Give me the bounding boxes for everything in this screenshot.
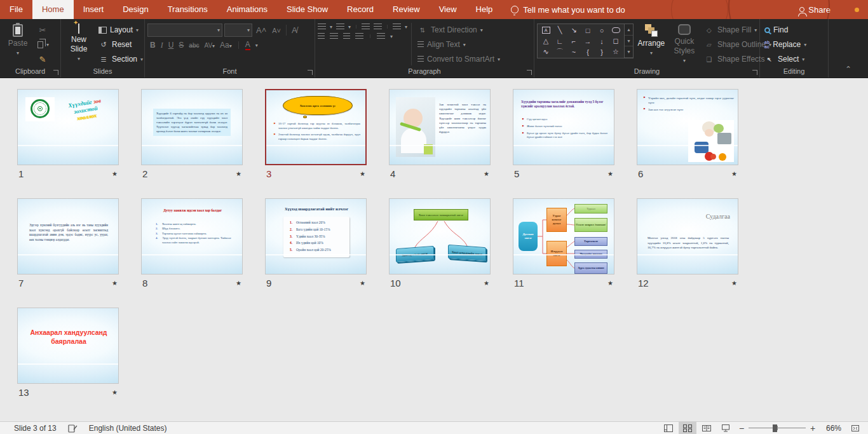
slide-sorter-view-button[interactable] xyxy=(679,422,696,434)
slide-thumbnail-13[interactable]: Анхаарал хандуулсанд баярлалаа xyxy=(17,308,119,384)
decrease-indent-button[interactable] xyxy=(362,24,370,30)
animation-star-icon[interactable]: ★ xyxy=(731,280,737,287)
convert-to-smartart-button[interactable]: Convert to SmartArt▾ xyxy=(416,53,502,65)
zoom-out-button[interactable]: − xyxy=(736,423,747,433)
slide-thumbnail-11[interactable]: Дутлын эмгэг Уураг илчлэг дутал Илүүдэл … xyxy=(513,198,614,275)
animation-star-icon[interactable]: ★ xyxy=(607,280,613,287)
line-spacing-button[interactable] xyxy=(393,24,401,30)
align-left-button[interactable] xyxy=(318,33,325,39)
animation-star-icon[interactable]: ★ xyxy=(112,280,118,287)
strikethrough-button[interactable]: S xyxy=(179,41,184,50)
shapes-gallery[interactable]: A ╲ ↘ □ ○ △ ∟ ⌐ → ↓ ◻ ∿ ⌒ ~ { } xyxy=(537,24,625,58)
animation-star-icon[interactable]: ★ xyxy=(236,170,241,177)
shapes-more-button[interactable]: ▼ xyxy=(625,46,633,58)
tab-file[interactable]: File xyxy=(0,0,32,19)
new-slide-button[interactable]: ✦ New Slide ▾ xyxy=(64,22,94,66)
drawing-dialog-launcher[interactable] xyxy=(752,70,757,75)
language-indicator[interactable]: English (United States) xyxy=(89,424,167,433)
grow-font-button[interactable]: A˄ xyxy=(254,25,268,35)
reset-button[interactable]: ↺Reset xyxy=(97,38,145,51)
zoom-level[interactable]: 66% xyxy=(820,424,845,433)
animation-star-icon[interactable]: ★ xyxy=(731,170,737,177)
animation-star-icon[interactable]: ★ xyxy=(484,280,489,287)
select-button[interactable]: ↖Select▾ xyxy=(763,53,808,65)
align-center-button[interactable] xyxy=(330,33,338,39)
animation-star-icon[interactable]: ★ xyxy=(360,170,365,177)
slide-thumbnail-12[interactable]: Судалгаа Монгол улсад 2018 оны байдлаар … xyxy=(637,198,738,275)
increase-indent-button[interactable] xyxy=(374,24,382,30)
zoom-slider-handle[interactable] xyxy=(773,424,777,432)
bold-button[interactable]: B xyxy=(150,41,156,50)
italic-button[interactable]: I xyxy=(161,41,163,50)
slide-thumbnail-8[interactable]: Дутуу зажилж идсэн хоол хор болдог Хоолн… xyxy=(141,198,243,275)
slide-thumbnail-10[interactable]: Хоол тэжээлээс хамааралтай эмгэг Хоол ду… xyxy=(389,198,491,275)
layout-button[interactable]: Layout▾ xyxy=(97,24,145,36)
slide-thumbnail-4[interactable]: Зөв зохистой хоол тэжээл нь хүүхдийн тар… xyxy=(389,89,491,165)
animation-star-icon[interactable]: ★ xyxy=(360,280,365,287)
columns-button[interactable] xyxy=(377,33,385,39)
arrange-button[interactable]: Arrange ▾ xyxy=(636,22,667,66)
tab-help[interactable]: Help xyxy=(466,0,503,19)
tab-insert[interactable]: Insert xyxy=(74,0,114,19)
animation-star-icon[interactable]: ★ xyxy=(112,170,118,177)
share-button[interactable]: Share xyxy=(799,5,831,15)
tell-me-box[interactable]: Tell me what you want to do xyxy=(502,0,634,19)
clipboard-dialog-launcher[interactable] xyxy=(53,70,58,75)
font-color-button[interactable]: A xyxy=(245,40,250,50)
format-painter-button[interactable]: ✎ xyxy=(36,53,51,65)
animation-star-icon[interactable]: ★ xyxy=(236,280,241,287)
animation-star-icon[interactable]: ★ xyxy=(484,170,489,177)
tab-animations[interactable]: Animations xyxy=(217,0,277,19)
shapes-scroll-down[interactable]: ▼ xyxy=(625,36,633,47)
slide-thumbnail-6[interactable]: Үхрийн мах, далайн гаралтай хүнс, өндөг … xyxy=(637,89,738,165)
animation-star-icon[interactable]: ★ xyxy=(607,170,613,177)
find-button[interactable]: Find xyxy=(763,24,808,36)
slide-show-button[interactable] xyxy=(717,422,735,434)
paragraph-dialog-launcher[interactable] xyxy=(527,70,532,75)
tab-transitions[interactable]: Transitions xyxy=(158,0,217,19)
font-size-combo[interactable]: ▾ xyxy=(224,24,252,37)
fit-to-window-button[interactable] xyxy=(846,422,864,434)
copy-button[interactable]: ▾ xyxy=(36,38,51,51)
spell-check-icon[interactable] xyxy=(68,424,78,433)
slide-thumbnail-9[interactable]: Хүүхэд шаардлагатай нийт илчлэг Өглөөний… xyxy=(265,198,367,275)
bullets-button[interactable] xyxy=(318,24,326,30)
animation-star-icon[interactable]: ★ xyxy=(112,389,118,396)
slide-thumbnail-1[interactable]: Хүүхдийг зөв зохистой хооллох xyxy=(17,89,119,165)
numbering-button[interactable] xyxy=(336,24,344,30)
slide-thumbnail-3-selected[interactable]: Хооллох арга эзэмших үе 16-17 сартай бол… xyxy=(265,89,367,165)
cut-button[interactable]: ✂ xyxy=(36,24,51,36)
tab-home[interactable]: Home xyxy=(32,0,74,19)
tab-slide-show[interactable]: Slide Show xyxy=(277,0,337,19)
slide-thumbnail-2[interactable]: Хүүхдийг 6 сартайд нь бор хоолонд оруула… xyxy=(141,89,243,165)
tab-review[interactable]: Review xyxy=(383,0,430,19)
font-name-combo[interactable]: ▾ xyxy=(147,24,222,37)
double-strikethrough-button[interactable]: abc xyxy=(189,42,199,49)
character-spacing-button[interactable]: AV▾ xyxy=(204,42,215,49)
clear-formatting-button[interactable]: A̸ xyxy=(290,25,299,35)
section-button[interactable]: ☰Section▾ xyxy=(97,53,145,65)
align-text-button[interactable]: Align Text▾ xyxy=(416,38,502,51)
slide-thumbnail-7[interactable]: Эдгээр хүнсний бүлгүүдийн аль нэг нь тан… xyxy=(17,198,119,275)
zoom-slider[interactable] xyxy=(749,422,806,434)
shapes-scroll-up[interactable]: ▲ xyxy=(625,24,633,36)
tab-record[interactable]: Record xyxy=(337,0,383,19)
zoom-in-button[interactable]: + xyxy=(807,423,818,433)
align-right-button[interactable] xyxy=(343,33,350,39)
change-case-button[interactable]: Aa▾ xyxy=(220,41,232,50)
reading-view-button[interactable] xyxy=(698,422,715,434)
paste-button[interactable]: Paste ▾ xyxy=(3,22,33,66)
text-direction-button[interactable]: ⇅Text Direction▾ xyxy=(416,24,502,36)
flowchart-leaf-node: Өсөлт хоцрол /намхан/ xyxy=(574,218,607,232)
shrink-font-button[interactable]: A˅ xyxy=(270,27,283,34)
tab-design[interactable]: Design xyxy=(113,0,158,19)
normal-view-button[interactable] xyxy=(660,422,677,434)
justify-button[interactable] xyxy=(355,33,363,39)
underline-button[interactable]: U xyxy=(168,41,174,50)
slide-thumbnail-5[interactable]: Хүүхдийн тархины хөгжлийг дэмжихийн тулд… xyxy=(513,89,614,165)
replace-button[interactable]: abacReplace▾ xyxy=(763,38,808,51)
quick-styles-button[interactable]: Quick Styles ▾ xyxy=(669,22,700,66)
tab-view[interactable]: View xyxy=(430,0,466,19)
collapse-ribbon-button[interactable]: ⌃ xyxy=(845,65,868,78)
font-dialog-launcher[interactable] xyxy=(308,70,313,75)
